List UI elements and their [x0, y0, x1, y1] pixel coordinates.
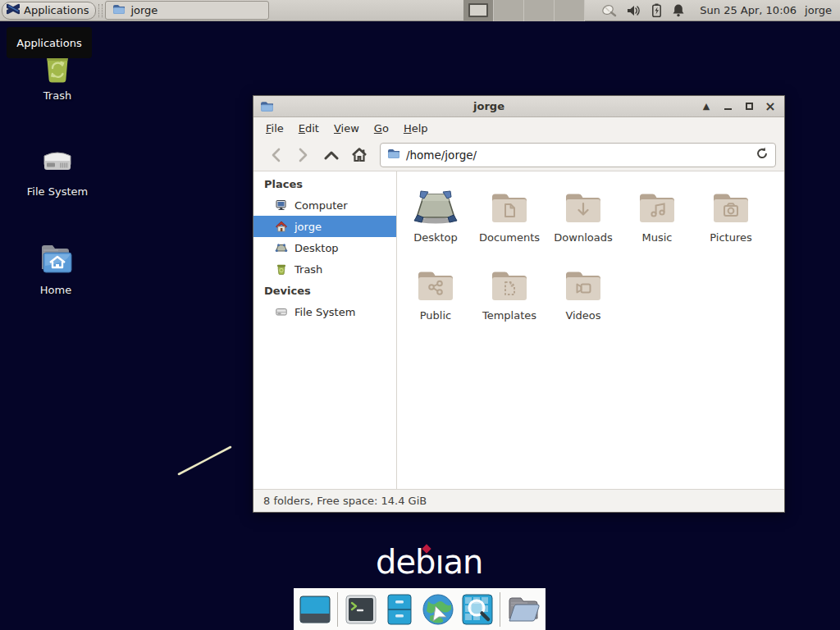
sidebar-item-jorge[interactable]: jorge	[253, 216, 396, 237]
xfce-logo-icon	[7, 2, 20, 18]
music-folder-icon	[620, 183, 694, 226]
drive-mini-icon	[275, 305, 288, 318]
minimize-button[interactable]	[720, 99, 735, 114]
file-item-videos[interactable]: Videos	[546, 261, 620, 339]
debian-logo: debıan	[376, 543, 482, 581]
notifications-tray-icon[interactable]	[672, 3, 685, 17]
videos-folder-icon	[546, 261, 620, 304]
desktop-screen: Applications jorge	[0, 0, 840, 630]
sidebar: Places Computer jorge	[253, 171, 397, 489]
home-icon	[275, 220, 288, 233]
maximize-button[interactable]	[742, 99, 756, 114]
file-cabinet-button[interactable]	[383, 592, 416, 627]
hard-drive-icon	[16, 141, 98, 180]
close-button[interactable]: ×	[763, 99, 778, 114]
web-browser-button[interactable]	[422, 592, 454, 627]
file-item-templates-label: Templates	[472, 309, 546, 322]
sidebar-item-computer[interactable]: Computer	[253, 194, 396, 216]
home-folder-icon	[15, 240, 97, 279]
status-bar: 8 folders, Free space: 14.4 GiB	[253, 489, 784, 512]
desktop-icon-home-label: Home	[15, 284, 97, 296]
file-item-music-label: Music	[620, 231, 694, 244]
desktop-mini-icon	[275, 241, 288, 254]
sidebar-item-trash-label: Trash	[294, 263, 322, 276]
file-item-music[interactable]: Music	[620, 183, 694, 261]
applications-menu-button[interactable]: Applications	[2, 2, 96, 20]
sidebar-places-header: Places	[253, 173, 396, 194]
forward-button[interactable]	[290, 143, 317, 167]
workspace-4[interactable]	[555, 0, 585, 21]
home-button[interactable]	[345, 143, 373, 167]
desktop-stray-line	[172, 441, 242, 482]
computer-icon	[275, 199, 288, 212]
file-item-pictures-label: Pictures	[694, 231, 768, 244]
menu-help[interactable]: Help	[396, 119, 436, 138]
desktop-icon-file-system-label: File System	[16, 185, 98, 198]
input-device-tray-icon[interactable]	[601, 3, 617, 17]
sidebar-devices-header: Devices	[253, 280, 396, 301]
back-button[interactable]	[262, 143, 290, 167]
panel-grip[interactable]	[98, 4, 103, 17]
sidebar-item-file-system-label: File System	[294, 306, 355, 318]
sidebar-item-file-system[interactable]: File System	[253, 301, 396, 322]
workspace-1[interactable]	[463, 0, 494, 21]
sidebar-item-desktop-label: Desktop	[294, 242, 339, 254]
debian-logo-text-post: an	[444, 543, 483, 581]
file-item-public[interactable]: Public	[399, 261, 472, 339]
show-desktop-icon	[299, 596, 331, 623]
file-item-templates[interactable]: Templates	[472, 261, 546, 339]
status-text: 8 folders, Free space: 14.4 GiB	[263, 495, 427, 507]
workspace-switcher	[463, 0, 585, 21]
folder-icon	[112, 3, 126, 17]
file-item-downloads-label: Downloads	[546, 231, 620, 244]
applications-menu-label: Applications	[24, 4, 89, 16]
window-title: jorge	[279, 100, 699, 112]
file-manager-window: jorge ▲ × File Edit View Go Help	[253, 95, 785, 513]
applications-tooltip: Applications	[7, 27, 92, 58]
shade-button[interactable]: ▲	[699, 99, 714, 114]
window-controls: ▲ ×	[699, 99, 778, 114]
applications-tooltip-text: Applications	[16, 37, 81, 49]
system-tray	[601, 3, 685, 17]
desktop-icon-home[interactable]: Home	[15, 240, 97, 296]
pictures-folder-icon	[694, 183, 768, 226]
desktop-icon-file-system[interactable]: File System	[16, 141, 98, 198]
trash-mini-icon	[275, 262, 288, 276]
reload-icon[interactable]	[756, 147, 769, 162]
file-grid: Desktop Documents	[397, 171, 784, 489]
file-item-public-label: Public	[399, 309, 472, 322]
dock-separator	[337, 592, 338, 627]
sidebar-item-desktop[interactable]: Desktop	[253, 237, 396, 258]
up-button[interactable]	[317, 143, 345, 167]
window-titlebar[interactable]: jorge ▲ ×	[253, 96, 784, 117]
workspace-2[interactable]	[494, 0, 524, 21]
battery-tray-icon[interactable]	[651, 3, 662, 17]
web-browser-icon	[422, 593, 454, 626]
path-bar[interactable]: /home/jorge/	[380, 143, 776, 167]
file-item-documents[interactable]: Documents	[472, 183, 546, 261]
sidebar-item-jorge-label: jorge	[294, 221, 322, 233]
app-finder-button[interactable]	[461, 592, 494, 627]
menu-edit[interactable]: Edit	[291, 119, 326, 138]
dock	[294, 588, 546, 630]
menu-view[interactable]: View	[326, 119, 367, 138]
path-input[interactable]: /home/jorge/	[406, 148, 750, 162]
desktop-icon-trash-label: Trash	[16, 89, 98, 102]
templates-folder-icon	[472, 261, 546, 304]
sidebar-item-trash[interactable]: Trash	[253, 258, 396, 280]
taskbar-window-button[interactable]: jorge	[105, 1, 269, 20]
terminal-button[interactable]	[344, 592, 377, 627]
menu-file[interactable]: File	[258, 119, 291, 138]
show-desktop-button[interactable]	[299, 592, 331, 627]
file-item-pictures[interactable]: Pictures	[694, 183, 768, 261]
window-body: Places Computer jorge	[253, 171, 784, 489]
file-item-downloads[interactable]: Downloads	[546, 183, 620, 261]
file-manager-button[interactable]	[506, 592, 541, 627]
menu-go[interactable]: Go	[367, 119, 396, 138]
panel-clock[interactable]: Sun 25 Apr, 10:06	[700, 4, 797, 16]
workspace-3[interactable]	[524, 0, 555, 21]
volume-tray-icon[interactable]	[627, 4, 641, 17]
panel-username[interactable]: jorge	[805, 4, 832, 16]
menu-bar: File Edit View Go Help	[253, 117, 784, 139]
file-item-desktop[interactable]: Desktop	[399, 183, 472, 261]
